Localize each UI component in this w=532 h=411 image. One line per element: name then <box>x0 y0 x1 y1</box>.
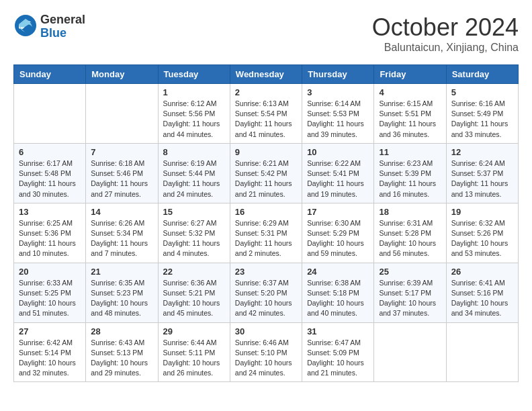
calendar-cell: 7Sunrise: 6:18 AM Sunset: 5:46 PM Daylig… <box>86 143 158 203</box>
day-of-week-header: Monday <box>86 65 158 84</box>
day-number: 15 <box>163 207 225 217</box>
day-number: 12 <box>451 147 513 157</box>
day-info: Sunrise: 6:23 AM Sunset: 5:39 PM Dayligh… <box>379 158 441 199</box>
calendar-cell: 18Sunrise: 6:31 AM Sunset: 5:28 PM Dayli… <box>374 203 446 263</box>
calendar-cell: 10Sunrise: 6:22 AM Sunset: 5:41 PM Dayli… <box>302 143 374 203</box>
calendar-cell: 24Sunrise: 6:38 AM Sunset: 5:18 PM Dayli… <box>302 263 374 322</box>
location-text: Baluntaicun, Xinjiang, China <box>372 42 519 54</box>
day-info: Sunrise: 6:17 AM Sunset: 5:48 PM Dayligh… <box>19 158 81 199</box>
day-info: Sunrise: 6:27 AM Sunset: 5:32 PM Dayligh… <box>163 218 225 259</box>
day-number: 10 <box>307 147 369 157</box>
title-block: October 2024 Baluntaicun, Xinjiang, Chin… <box>372 13 519 54</box>
day-number: 5 <box>451 87 513 97</box>
day-number: 7 <box>91 147 152 157</box>
day-number: 18 <box>379 207 441 217</box>
day-info: Sunrise: 6:21 AM Sunset: 5:42 PM Dayligh… <box>235 158 297 199</box>
day-info: Sunrise: 6:26 AM Sunset: 5:34 PM Dayligh… <box>91 218 152 259</box>
day-of-week-header: Friday <box>374 65 446 84</box>
day-info: Sunrise: 6:31 AM Sunset: 5:28 PM Dayligh… <box>379 218 441 259</box>
day-info: Sunrise: 6:18 AM Sunset: 5:46 PM Dayligh… <box>91 158 152 199</box>
calendar-cell: 15Sunrise: 6:27 AM Sunset: 5:32 PM Dayli… <box>158 203 230 263</box>
day-number: 20 <box>19 267 81 277</box>
calendar-cell: 31Sunrise: 6:47 AM Sunset: 5:09 PM Dayli… <box>302 322 374 382</box>
calendar-cell: 26Sunrise: 6:41 AM Sunset: 5:16 PM Dayli… <box>446 263 518 322</box>
calendar-week-row: 27Sunrise: 6:42 AM Sunset: 5:14 PM Dayli… <box>14 322 519 382</box>
day-info: Sunrise: 6:47 AM Sunset: 5:09 PM Dayligh… <box>307 338 369 379</box>
day-info: Sunrise: 6:15 AM Sunset: 5:51 PM Dayligh… <box>379 99 441 140</box>
day-info: Sunrise: 6:29 AM Sunset: 5:31 PM Dayligh… <box>235 218 297 259</box>
day-info: Sunrise: 6:39 AM Sunset: 5:17 PM Dayligh… <box>379 278 441 319</box>
calendar-cell: 1Sunrise: 6:12 AM Sunset: 5:56 PM Daylig… <box>158 84 230 144</box>
calendar-cell: 4Sunrise: 6:15 AM Sunset: 5:51 PM Daylig… <box>374 84 446 144</box>
day-info: Sunrise: 6:32 AM Sunset: 5:26 PM Dayligh… <box>451 218 513 259</box>
calendar-table: SundayMondayTuesdayWednesdayThursdayFrid… <box>13 64 519 382</box>
logo-icon <box>13 13 38 38</box>
day-info: Sunrise: 6:25 AM Sunset: 5:36 PM Dayligh… <box>19 218 81 259</box>
day-of-week-header: Sunday <box>14 65 86 84</box>
day-number: 2 <box>235 87 297 97</box>
day-number: 1 <box>163 87 225 97</box>
day-info: Sunrise: 6:44 AM Sunset: 5:11 PM Dayligh… <box>163 338 225 379</box>
calendar-cell: 12Sunrise: 6:24 AM Sunset: 5:37 PM Dayli… <box>446 143 518 203</box>
calendar-cell: 3Sunrise: 6:14 AM Sunset: 5:53 PM Daylig… <box>302 84 374 144</box>
calendar-cell: 13Sunrise: 6:25 AM Sunset: 5:36 PM Dayli… <box>14 203 86 263</box>
calendar-cell: 23Sunrise: 6:37 AM Sunset: 5:20 PM Dayli… <box>230 263 302 322</box>
day-number: 19 <box>451 207 513 217</box>
day-number: 31 <box>307 326 369 336</box>
calendar-header-row: SundayMondayTuesdayWednesdayThursdayFrid… <box>14 65 519 84</box>
calendar-cell: 5Sunrise: 6:16 AM Sunset: 5:49 PM Daylig… <box>446 84 518 144</box>
day-info: Sunrise: 6:24 AM Sunset: 5:37 PM Dayligh… <box>451 158 513 199</box>
day-number: 24 <box>307 267 369 277</box>
calendar-cell <box>374 322 446 382</box>
day-info: Sunrise: 6:22 AM Sunset: 5:41 PM Dayligh… <box>307 158 369 199</box>
calendar-cell: 9Sunrise: 6:21 AM Sunset: 5:42 PM Daylig… <box>230 143 302 203</box>
calendar-cell: 14Sunrise: 6:26 AM Sunset: 5:34 PM Dayli… <box>86 203 158 263</box>
day-info: Sunrise: 6:30 AM Sunset: 5:29 PM Dayligh… <box>307 218 369 259</box>
day-number: 6 <box>19 147 81 157</box>
day-number: 23 <box>235 267 297 277</box>
calendar-cell: 2Sunrise: 6:13 AM Sunset: 5:54 PM Daylig… <box>230 84 302 144</box>
day-of-week-header: Thursday <box>302 65 374 84</box>
calendar-week-row: 20Sunrise: 6:33 AM Sunset: 5:25 PM Dayli… <box>14 263 519 322</box>
day-info: Sunrise: 6:46 AM Sunset: 5:10 PM Dayligh… <box>235 338 297 379</box>
calendar-week-row: 13Sunrise: 6:25 AM Sunset: 5:36 PM Dayli… <box>14 203 519 263</box>
day-number: 17 <box>307 207 369 217</box>
calendar-cell: 6Sunrise: 6:17 AM Sunset: 5:48 PM Daylig… <box>14 143 86 203</box>
calendar-cell: 8Sunrise: 6:19 AM Sunset: 5:44 PM Daylig… <box>158 143 230 203</box>
day-number: 26 <box>451 267 513 277</box>
day-number: 9 <box>235 147 297 157</box>
calendar-week-row: 6Sunrise: 6:17 AM Sunset: 5:48 PM Daylig… <box>14 143 519 203</box>
day-info: Sunrise: 6:43 AM Sunset: 5:13 PM Dayligh… <box>91 338 152 379</box>
day-number: 27 <box>19 326 81 336</box>
calendar-cell: 25Sunrise: 6:39 AM Sunset: 5:17 PM Dayli… <box>374 263 446 322</box>
calendar-cell: 22Sunrise: 6:36 AM Sunset: 5:21 PM Dayli… <box>158 263 230 322</box>
calendar-cell <box>446 322 518 382</box>
day-number: 22 <box>163 267 225 277</box>
day-info: Sunrise: 6:42 AM Sunset: 5:14 PM Dayligh… <box>19 338 81 379</box>
day-info: Sunrise: 6:13 AM Sunset: 5:54 PM Dayligh… <box>235 99 297 140</box>
calendar-cell: 28Sunrise: 6:43 AM Sunset: 5:13 PM Dayli… <box>86 322 158 382</box>
calendar-cell: 30Sunrise: 6:46 AM Sunset: 5:10 PM Dayli… <box>230 322 302 382</box>
day-info: Sunrise: 6:35 AM Sunset: 5:23 PM Dayligh… <box>91 278 152 319</box>
calendar-week-row: 1Sunrise: 6:12 AM Sunset: 5:56 PM Daylig… <box>14 84 519 144</box>
calendar-cell <box>14 84 86 144</box>
day-info: Sunrise: 6:37 AM Sunset: 5:20 PM Dayligh… <box>235 278 297 319</box>
day-info: Sunrise: 6:12 AM Sunset: 5:56 PM Dayligh… <box>163 99 225 140</box>
calendar-cell: 21Sunrise: 6:35 AM Sunset: 5:23 PM Dayli… <box>86 263 158 322</box>
month-title: October 2024 <box>372 13 519 42</box>
day-info: Sunrise: 6:38 AM Sunset: 5:18 PM Dayligh… <box>307 278 369 319</box>
logo-general-text: General <box>40 13 85 27</box>
day-info: Sunrise: 6:41 AM Sunset: 5:16 PM Dayligh… <box>451 278 513 319</box>
day-number: 3 <box>307 87 369 97</box>
logo-blue-text: Blue <box>40 27 85 40</box>
day-number: 28 <box>91 326 152 336</box>
day-info: Sunrise: 6:19 AM Sunset: 5:44 PM Dayligh… <box>163 158 225 199</box>
day-of-week-header: Wednesday <box>230 65 302 84</box>
day-number: 11 <box>379 147 441 157</box>
day-info: Sunrise: 6:36 AM Sunset: 5:21 PM Dayligh… <box>163 278 225 319</box>
day-number: 14 <box>91 207 152 217</box>
calendar-cell <box>86 84 158 144</box>
day-number: 4 <box>379 87 441 97</box>
calendar-cell: 16Sunrise: 6:29 AM Sunset: 5:31 PM Dayli… <box>230 203 302 263</box>
day-info: Sunrise: 6:33 AM Sunset: 5:25 PM Dayligh… <box>19 278 81 319</box>
